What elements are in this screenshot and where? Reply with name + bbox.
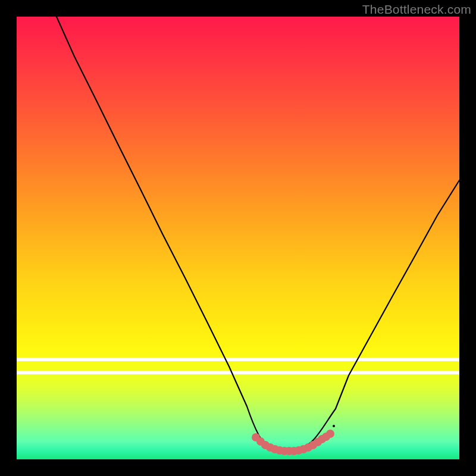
watermark-text: TheBottleneck.com [362,2,471,17]
plot-area [17,17,459,459]
marker-gap-dot [333,425,335,427]
marker-band [252,430,334,455]
chart-stage: TheBottleneck.com [0,0,476,476]
svg-point-16 [326,430,334,438]
curve-svg [17,17,459,459]
bottleneck-curve [57,17,459,452]
